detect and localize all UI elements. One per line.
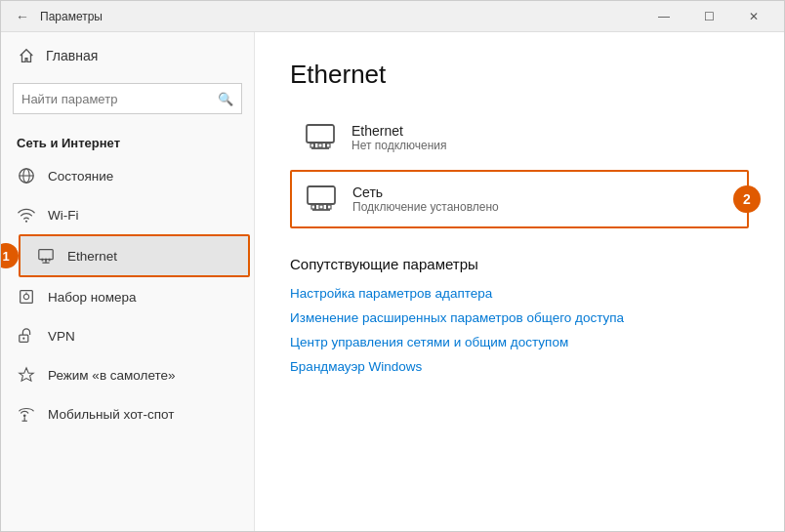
related-link-1[interactable]: Изменение расширенных параметров общего … [290, 310, 749, 325]
sidebar-home[interactable]: Главная [1, 32, 254, 79]
sidebar-item-label-status: Состояние [48, 169, 113, 184]
adapter-name-2: Сеть [352, 184, 499, 200]
svg-rect-5 [42, 259, 44, 262]
sidebar-item-vpn[interactable]: VPN [1, 316, 254, 355]
sidebar-item-dialup[interactable]: Набор номера [1, 277, 254, 316]
sidebar-section-title: Сеть и Интернет [1, 126, 254, 156]
back-button[interactable]: ← [9, 3, 36, 30]
related-title: Сопутствующие параметры [290, 256, 749, 272]
svg-rect-4 [39, 250, 53, 260]
home-label: Главная [46, 48, 98, 63]
main-content: Ethernet [255, 32, 784, 531]
adapter-list: Ethernet Нет подключения [290, 109, 749, 228]
svg-point-3 [25, 221, 27, 223]
sidebar-item-label-wifi: Wi-Fi [48, 208, 78, 223]
svg-point-14 [23, 414, 26, 417]
sidebar-item-ethernet[interactable]: 1 Ethernet [19, 234, 250, 277]
content-area: Главная 🔍 Сеть и Интернет Состояние [1, 32, 784, 531]
adapter-item-network1[interactable]: Сеть Подключение установлено 2 [290, 170, 749, 228]
adapter-info-2: Сеть Подключение установлено [352, 184, 499, 214]
svg-rect-29 [319, 205, 323, 209]
svg-point-10 [23, 294, 28, 299]
sidebar-item-airplane[interactable]: Режим «в самолете» [1, 355, 254, 394]
sidebar-item-label-airplane: Режим «в самолете» [48, 368, 176, 383]
sidebar-item-wifi[interactable]: Wi-Fi [1, 195, 254, 234]
adapter-status-2: Подключение установлено [352, 200, 499, 214]
wifi-icon [17, 205, 36, 225]
badge-1: 1 [1, 243, 19, 268]
search-box[interactable]: 🔍 [13, 83, 242, 114]
titlebar: ← Параметры — ☐ ✕ [1, 1, 784, 32]
globe-icon [17, 166, 36, 185]
sidebar-item-status[interactable]: Состояние [1, 156, 254, 195]
search-input[interactable] [21, 92, 212, 106]
badge-2: 2 [733, 185, 761, 213]
adapter-monitor-icon-1 [303, 120, 338, 155]
search-icon: 🔍 [218, 92, 233, 106]
close-button[interactable]: ✕ [731, 1, 776, 32]
main-window: ← Параметры — ☐ ✕ Главная 🔍 [0, 0, 785, 532]
related-links: Настройка параметров адаптера Изменение … [290, 286, 749, 374]
related-link-0[interactable]: Настройка параметров адаптера [290, 286, 749, 301]
dialup-icon [17, 287, 36, 307]
window-title: Параметры [40, 10, 641, 23]
home-icon [17, 46, 36, 65]
adapter-item-ethernet1[interactable]: Ethernet Нет подключения [290, 109, 749, 166]
svg-rect-24 [308, 186, 335, 204]
adapter-info-1: Ethernet Нет подключения [351, 123, 447, 152]
related-link-2[interactable]: Центр управления сетями и общим доступом [290, 335, 749, 349]
svg-rect-17 [307, 125, 334, 143]
maximize-button[interactable]: ☐ [686, 1, 731, 32]
sidebar: Главная 🔍 Сеть и Интернет Состояние [1, 32, 255, 531]
airplane-icon [17, 365, 36, 385]
sidebar-item-label-vpn: VPN [48, 329, 75, 344]
ethernet-icon [36, 246, 56, 266]
sidebar-item-hotspot[interactable]: Мобильный хот-спот [1, 394, 254, 433]
vpn-icon [17, 326, 36, 346]
svg-rect-22 [318, 143, 322, 147]
adapter-status-1: Нет подключения [351, 139, 447, 152]
svg-point-13 [22, 338, 24, 340]
window-controls: — ☐ ✕ [641, 1, 776, 32]
sidebar-item-label-hotspot: Мобильный хот-спот [48, 407, 174, 422]
adapter-name-1: Ethernet [351, 123, 447, 139]
minimize-button[interactable]: — [641, 1, 686, 32]
page-title: Ethernet [290, 60, 749, 90]
svg-rect-7 [49, 259, 51, 262]
sidebar-item-label-ethernet: Ethernet [67, 249, 117, 264]
adapter-monitor-icon-2 [304, 182, 339, 217]
hotspot-icon [17, 404, 36, 424]
sidebar-item-label-dialup: Набор номера [48, 290, 137, 305]
related-link-3[interactable]: Брандмауэр Windows [290, 359, 749, 374]
